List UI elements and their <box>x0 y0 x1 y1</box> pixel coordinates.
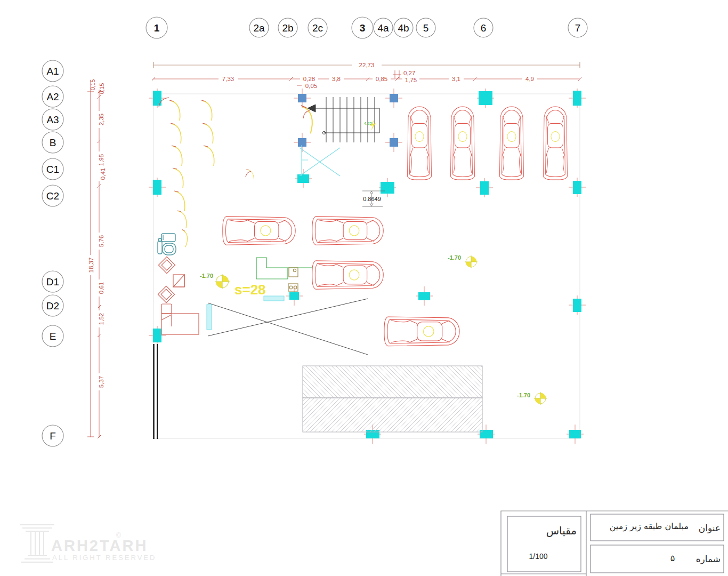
watermark-brand: ARH2TARH <box>51 537 148 554</box>
bed <box>161 304 199 334</box>
car-shape <box>499 107 523 180</box>
grid-label-5: 5 <box>423 22 429 34</box>
door-arc-icon <box>173 168 183 188</box>
watermark: ARH2TARH © ALL RIGHT RESERVED <box>20 525 156 562</box>
door-arc-icon <box>203 123 213 143</box>
column-marker <box>289 292 299 300</box>
door-arc-icon <box>177 211 187 228</box>
door-arc-icon <box>172 146 182 166</box>
grid-label-2c: 2c <box>312 22 323 34</box>
scale-value: 1/100 <box>529 552 547 561</box>
car-shape <box>407 107 431 180</box>
dim-seg: 3,8 <box>332 76 341 82</box>
grid-axis-left: A1 A2 A3 B C1 C2 D1 D2 E F <box>42 60 63 446</box>
area-label: s=28 <box>234 282 266 298</box>
level-label: -1.70 <box>448 254 461 261</box>
dimension-left: 18,37 0,15 0,15 2,35 1,95 0,41 5,76 0,61… <box>87 79 106 438</box>
level-target-icon <box>215 274 230 289</box>
drawing-canvas: 1 2a 2b 2c 3 4a 4b 5 6 7 A1 A2 A3 B C1 C… <box>0 0 728 576</box>
grid-label-b: B <box>50 137 56 148</box>
car-shape <box>312 261 383 289</box>
grid-label-e: E <box>50 331 56 342</box>
dim-seg: 0,15 <box>99 83 105 94</box>
seating-group <box>158 257 184 302</box>
cyan-construction-lines <box>300 145 340 176</box>
door-arc-icon <box>171 123 181 143</box>
column-marker <box>153 329 161 342</box>
door-arc-icon <box>204 146 214 166</box>
kitchen-appliances <box>288 268 298 291</box>
watermark-tagline: ALL RIGHT RESERVED <box>52 554 156 562</box>
dim-seg: 0,61 <box>98 282 104 294</box>
door-arc-icon <box>201 100 212 121</box>
grid-label-4b: 4b <box>398 22 409 34</box>
grid-label-a1: A1 <box>46 66 59 77</box>
dim-seg: 0,05 <box>305 83 317 89</box>
door-swing-arcs <box>159 98 314 247</box>
column-marker <box>479 91 492 105</box>
dim-seg: 5,37 <box>98 376 104 388</box>
column-marker <box>418 292 430 300</box>
columns-blue <box>298 94 398 147</box>
column-marker <box>381 182 394 194</box>
scale-label: مقياس <box>546 524 577 537</box>
car-shape <box>223 217 295 245</box>
grid-label-4a: 4a <box>377 22 389 34</box>
column-marker <box>153 180 161 195</box>
column-marker <box>573 91 581 106</box>
level-target-icon <box>465 255 478 268</box>
grid-label-d2: D2 <box>46 300 59 311</box>
grid-label-7: 7 <box>575 22 581 34</box>
grid-label-6: 6 <box>481 22 487 34</box>
column-marker <box>480 181 489 195</box>
dim-seg: 3,1 <box>452 76 460 82</box>
level-label: -1.70 <box>517 392 530 398</box>
grid-label-a2: A2 <box>46 91 59 102</box>
dim-seg: 0,15 <box>90 79 96 91</box>
column-marker <box>569 430 581 438</box>
dim-seg: 0,27 <box>403 70 415 76</box>
door-arc-icon <box>174 191 185 211</box>
grid-label-a3: A3 <box>46 114 59 125</box>
level-target-icon <box>534 392 547 405</box>
grid-label-1: 1 <box>154 22 160 34</box>
kitchen-counter <box>256 258 312 279</box>
car-shape <box>450 107 474 180</box>
ramp-hatched-area <box>303 366 482 432</box>
car-shape <box>384 317 459 346</box>
dim-total-height: 18,37 <box>88 258 94 273</box>
grid-axis-top: 1 2a 2b 2c 3 4a 4b 5 6 7 <box>146 17 587 38</box>
staircase: -4.25 <box>308 97 379 142</box>
door-arc-icon <box>246 169 254 181</box>
door-arc-icon <box>177 229 190 247</box>
wall-double-line <box>154 344 158 439</box>
cyan-panels <box>207 296 284 330</box>
column-offset-value: 0.8649 <box>363 196 381 202</box>
column-marker <box>390 138 398 147</box>
title-block: مقياس 1/100 عنوان مبلمان طبقه زير زمين ش… <box>501 511 728 576</box>
column-marker <box>298 94 306 102</box>
dimension-top: 22,73 7,33 0,28 0,05 3,8 0,85 0,27 1,75 … <box>152 61 581 89</box>
sheet-number-value: ۵ <box>670 553 675 563</box>
sheet-number-label: شماره <box>696 554 721 564</box>
dim-seg: 2,35 <box>98 114 104 125</box>
level-label: -1.70 <box>200 273 213 279</box>
grid-label-3: 3 <box>360 22 366 34</box>
grid-label-c1: C1 <box>46 164 59 175</box>
grid-label-2a: 2a <box>253 22 265 34</box>
pillar-logo-icon <box>20 525 54 562</box>
column-marker <box>298 138 306 147</box>
grid-label-f: F <box>50 430 56 442</box>
drawing-title-value: مبلمان طبقه زير زمين <box>610 521 689 532</box>
dim-seg: 5,76 <box>98 235 104 247</box>
dim-total-width: 22,73 <box>359 62 375 68</box>
column-marker <box>297 174 309 183</box>
column-marker <box>153 91 161 106</box>
dim-seg: 0,85 <box>376 76 387 82</box>
drawing-title-label: عنوان <box>699 523 721 533</box>
dim-seg: 4,9 <box>525 76 534 82</box>
void-cross-lines <box>208 299 368 355</box>
column-marker <box>390 94 398 102</box>
watermark-copyright: © <box>116 532 121 539</box>
dim-seg: 0,28 <box>303 76 315 82</box>
